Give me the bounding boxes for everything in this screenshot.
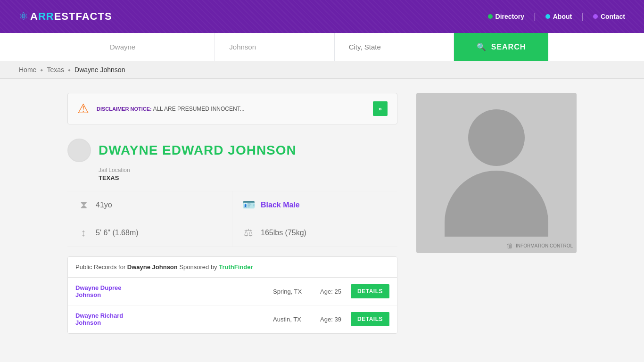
stat-race-gender: 🪪 Black Male	[232, 191, 397, 219]
info-control: 🗑 INFORMATION CONTROL	[506, 242, 573, 249]
details-button-0[interactable]: DETAILS	[351, 284, 389, 298]
search-city-state[interactable]	[335, 33, 454, 61]
search-inner: 🔍 SEARCH	[0, 33, 644, 61]
silhouette-body	[445, 171, 548, 237]
stat-weight-value: 165lbs (75kg)	[261, 229, 306, 237]
person-avatar-small	[67, 139, 91, 162]
nav-sep-2: |	[581, 12, 584, 22]
disclaimer-button[interactable]: »	[373, 101, 388, 116]
search-icon: 🔍	[477, 42, 487, 51]
public-records-header: Public Records for Dwayne Johnson Sponso…	[68, 257, 397, 278]
record-name-link-0[interactable]: Dwayne Dupree Johnson	[75, 284, 268, 298]
search-last-name[interactable]	[215, 33, 334, 61]
stat-height-value: 5' 6" (1.68m)	[96, 229, 139, 237]
breadcrumb-state[interactable]: Texas	[47, 66, 64, 74]
main-nav: Directory | About | Contact	[488, 12, 625, 22]
stat-age-value: 41yo	[96, 201, 112, 209]
nav-about-label: About	[553, 13, 572, 20]
trash-icon: 🗑	[506, 242, 513, 249]
age-icon: ⧗	[77, 199, 90, 211]
nav-directory[interactable]: Directory	[488, 13, 524, 20]
height-icon: ↕	[77, 227, 90, 239]
breadcrumb-sep-2: ●	[68, 67, 71, 73]
warning-icon: ⚠	[77, 101, 89, 116]
breadcrumb: Home ● Texas ● Dwayne Johnson	[19, 66, 625, 74]
breadcrumb-bar: Home ● Texas ● Dwayne Johnson	[0, 61, 644, 79]
record-name-link-1[interactable]: Dwayne Richard Johnson	[75, 312, 268, 326]
stat-race-gender-value: Black Male	[261, 201, 300, 209]
person-header: DWAYNE EDWARD JOHNSON	[67, 139, 397, 162]
record-age-0: Age: 25	[320, 288, 346, 295]
main-content: ⚠ DISCLAIMER NOTICE: ALL ARE PRESUMED IN…	[49, 79, 595, 348]
breadcrumb-sep-1: ●	[40, 67, 43, 73]
directory-icon	[488, 14, 493, 19]
silhouette-head	[468, 109, 525, 166]
search-button-label: SEARCH	[491, 43, 526, 51]
disclaimer-body: ALL ARE PRESUMED INNOCENT...	[153, 106, 244, 112]
public-records-box: Public Records for Dwayne Johnson Sponso…	[67, 256, 397, 334]
stat-age: ⧗ 41yo	[67, 191, 232, 219]
site-header: ⚛ ARRESTFACTS Directory | About | Contac…	[0, 0, 644, 33]
jail-location-label: Jail Location	[99, 167, 397, 173]
photo-silhouette	[445, 109, 548, 237]
nav-directory-label: Directory	[495, 13, 524, 20]
left-column: ⚠ DISCLAIMER NOTICE: ALL ARE PRESUMED IN…	[67, 93, 397, 334]
breadcrumb-home[interactable]: Home	[19, 66, 36, 74]
record-row: Dwayne Dupree Johnson Spring, TX Age: 25…	[68, 278, 397, 305]
disclaimer-bold: DISCLAIMER NOTICE:	[97, 106, 152, 112]
nav-sep-1: |	[534, 12, 536, 22]
details-button-1[interactable]: DETAILS	[351, 312, 389, 326]
nav-contact-label: Contact	[601, 13, 625, 20]
about-icon	[545, 14, 550, 19]
public-records-name: Dwayne Johnson	[127, 263, 178, 271]
weight-icon: ⚖	[242, 227, 255, 239]
disclaimer-text: DISCLAIMER NOTICE: ALL ARE PRESUMED INNO…	[97, 106, 245, 112]
person-full-name: DWAYNE EDWARD JOHNSON	[99, 143, 297, 158]
record-row-1: Dwayne Richard Johnson Austin, TX Age: 3…	[68, 305, 397, 333]
search-button[interactable]: 🔍 SEARCH	[454, 33, 548, 61]
search-input-group: 🔍 SEARCH	[96, 33, 548, 61]
truthfinder-label: TruthFinder	[219, 263, 253, 271]
record-name-0: Dwayne Dupree Johnson	[75, 284, 268, 298]
search-wrapper: 🔍 SEARCH	[0, 33, 644, 61]
nav-about[interactable]: About	[545, 13, 572, 20]
logo-text: ARRESTFACTS	[30, 10, 112, 23]
logo-icon: ⚛	[19, 10, 28, 23]
breadcrumb-current: Dwayne Johnson	[74, 66, 125, 74]
record-age-1: Age: 39	[320, 316, 346, 323]
stats-grid: ⧗ 41yo 🪪 Black Male ↕ 5' 6" (1.68m) ⚖ 16…	[67, 191, 397, 247]
disclaimer-box: ⚠ DISCLAIMER NOTICE: ALL ARE PRESUMED IN…	[67, 93, 397, 124]
record-location-1: Austin, TX	[273, 316, 315, 323]
record-name-1: Dwayne Richard Johnson	[75, 312, 268, 326]
id-icon: 🪪	[242, 199, 255, 211]
stat-weight: ⚖ 165lbs (75kg)	[232, 219, 397, 247]
jail-location-value: TEXAS	[99, 174, 397, 181]
public-records-header-text: Public Records for Dwayne Johnson Sponso…	[75, 263, 253, 271]
stat-height: ↕ 5' 6" (1.68m)	[67, 219, 232, 247]
record-location-0: Spring, TX	[273, 288, 315, 295]
site-logo[interactable]: ⚛ ARRESTFACTS	[19, 10, 112, 23]
info-control-label: INFORMATION CONTROL	[516, 243, 573, 248]
search-first-name[interactable]	[96, 33, 215, 61]
right-column: 🗑 INFORMATION CONTROL	[416, 93, 577, 334]
contact-icon	[593, 14, 598, 19]
photo-placeholder: 🗑 INFORMATION CONTROL	[416, 93, 577, 253]
nav-contact[interactable]: Contact	[593, 13, 625, 20]
